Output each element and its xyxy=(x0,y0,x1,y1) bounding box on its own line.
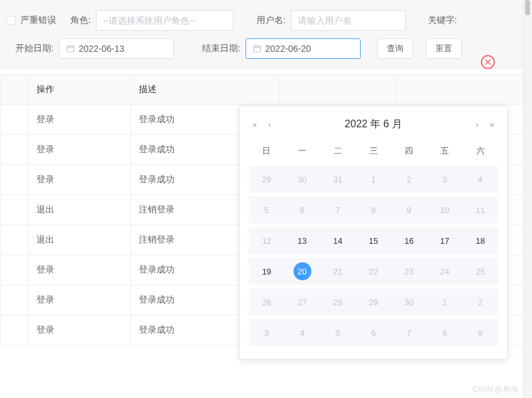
calendar-day[interactable]: 1 xyxy=(427,289,463,315)
calendar-day[interactable]: 13 xyxy=(285,227,320,254)
col-ip xyxy=(279,75,396,105)
query-button[interactable]: 查询 xyxy=(377,38,413,59)
calendar-day[interactable]: 10 xyxy=(427,196,463,223)
calendar-day[interactable]: 12 xyxy=(249,227,285,254)
start-date-label: 开始日期: xyxy=(15,43,54,54)
calendar-day[interactable]: 8 xyxy=(356,196,391,223)
cell-op: 登录 xyxy=(29,105,131,135)
calendar-day[interactable]: 29 xyxy=(356,289,391,315)
weekday-header: 五 xyxy=(427,140,463,162)
cell-blank xyxy=(1,285,29,315)
cell-blank xyxy=(1,135,29,165)
svg-rect-0 xyxy=(67,46,74,52)
calendar-day[interactable]: 25 xyxy=(462,258,498,285)
calendar-day[interactable]: 19 xyxy=(249,258,285,285)
weekday-header: 二 xyxy=(320,140,356,162)
calendar-day[interactable]: 4 xyxy=(285,319,320,346)
calendar-day[interactable]: 11 xyxy=(462,196,498,223)
start-date-input[interactable] xyxy=(79,44,167,54)
watermark: CSDN @-耿瑞- xyxy=(473,385,520,394)
calendar-day[interactable]: 17 xyxy=(427,227,463,254)
weekday-header: 一 xyxy=(285,140,320,162)
calendar-day[interactable]: 5 xyxy=(320,319,356,346)
calendar-day[interactable]: 2 xyxy=(462,289,498,315)
calendar-day[interactable]: 3 xyxy=(427,166,463,193)
cell-blank xyxy=(1,165,29,195)
calendar-day[interactable]: 18 xyxy=(462,227,498,254)
col-blank xyxy=(1,75,29,105)
cell-op: 登录 xyxy=(29,315,131,346)
cell-op: 登录 xyxy=(29,165,131,195)
calendar-day[interactable]: 30 xyxy=(285,166,320,193)
calendar-day[interactable]: 30 xyxy=(391,289,427,315)
reset-button[interactable]: 重置 xyxy=(426,38,462,59)
svg-rect-1 xyxy=(254,46,261,52)
end-date-field[interactable] xyxy=(246,38,361,59)
username-field[interactable] xyxy=(291,10,406,31)
username-input[interactable] xyxy=(298,15,399,26)
calendar-day[interactable]: 24 xyxy=(427,258,463,285)
calendar-day[interactable]: 31 xyxy=(320,166,356,193)
cell-op: 登录 xyxy=(29,255,131,285)
cell-op: 退出 xyxy=(29,225,131,255)
calendar-day[interactable]: 6 xyxy=(285,196,320,223)
calendar-day[interactable]: 28 xyxy=(320,289,356,315)
calendar-title: 2022 年 6 月 xyxy=(345,118,402,131)
col-desc: 描述 xyxy=(131,75,279,105)
calendar-day[interactable]: 26 xyxy=(249,289,285,315)
next-year-icon[interactable]: » xyxy=(490,120,494,129)
col-time xyxy=(396,75,532,105)
calendar-day[interactable]: 9 xyxy=(391,196,427,223)
role-label: 角色: xyxy=(70,15,91,26)
calendar-day[interactable]: 2 xyxy=(391,166,427,193)
date-picker-popup: « ‹ 2022 年 6 月 › » 日一二三四五六29303112345678… xyxy=(239,106,508,360)
calendar-day[interactable]: 5 xyxy=(249,196,285,223)
cell-blank xyxy=(1,315,29,346)
start-date-field[interactable] xyxy=(59,38,174,59)
calendar-day[interactable]: 16 xyxy=(391,227,427,254)
calendar-day[interactable]: 7 xyxy=(391,319,427,346)
calendar-day[interactable]: 8 xyxy=(427,319,463,346)
severe-error-label: 严重错误 xyxy=(20,15,56,26)
end-date-input[interactable] xyxy=(265,44,354,54)
calendar-day[interactable]: 20 xyxy=(285,258,320,285)
calendar-day[interactable]: 22 xyxy=(356,258,391,285)
calendar-day[interactable]: 9 xyxy=(462,319,498,346)
weekday-header: 四 xyxy=(391,140,427,162)
calendar-day[interactable]: 14 xyxy=(320,227,356,254)
username-label: 用户名: xyxy=(256,15,286,26)
scrollbar-track[interactable] xyxy=(523,0,532,398)
keyword-label: 关键字: xyxy=(428,15,457,26)
col-op: 操作 xyxy=(29,75,131,105)
calendar-day[interactable]: 1 xyxy=(356,166,391,193)
calendar-day[interactable]: 21 xyxy=(320,258,356,285)
calendar-day[interactable]: 27 xyxy=(285,289,320,315)
cell-blank xyxy=(1,105,29,135)
severe-error-checkbox[interactable] xyxy=(6,16,15,25)
close-icon[interactable] xyxy=(481,55,495,69)
calendar-day[interactable]: 15 xyxy=(356,227,391,254)
calendar-day[interactable]: 23 xyxy=(391,258,427,285)
calendar-day[interactable]: 7 xyxy=(320,196,356,223)
weekday-header: 三 xyxy=(356,140,391,162)
next-month-icon[interactable]: › xyxy=(476,120,478,129)
prev-year-icon[interactable]: « xyxy=(253,120,257,129)
role-input[interactable] xyxy=(103,15,226,26)
table-header-row: 操作 描述 xyxy=(1,75,532,105)
calendar-icon xyxy=(253,44,262,53)
calendar-icon xyxy=(66,44,75,53)
cell-blank xyxy=(1,225,29,255)
calendar-day[interactable]: 29 xyxy=(249,166,285,193)
scrollbar-thumb[interactable] xyxy=(525,0,530,15)
calendar-day[interactable]: 6 xyxy=(356,319,391,346)
cell-blank xyxy=(1,195,29,225)
prev-month-icon[interactable]: ‹ xyxy=(269,120,271,129)
role-select[interactable] xyxy=(96,10,233,31)
cell-op: 登录 xyxy=(29,285,131,315)
cell-blank xyxy=(1,255,29,285)
weekday-header: 六 xyxy=(462,140,498,162)
calendar-day[interactable]: 3 xyxy=(249,319,285,346)
calendar-day[interactable]: 4 xyxy=(462,166,498,193)
end-date-label: 结束日期: xyxy=(202,43,240,54)
cell-op: 退出 xyxy=(29,195,131,225)
